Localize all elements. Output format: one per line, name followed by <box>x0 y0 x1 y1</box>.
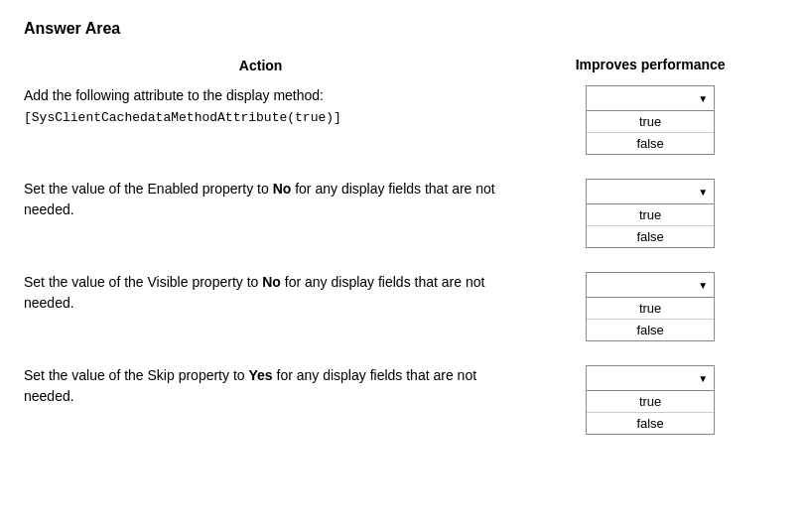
page-title: Answer Area <box>24 20 783 38</box>
dropdown-container-3: ▼ true false <box>517 272 783 341</box>
action-text-1: Add the following attribute to the displ… <box>24 85 497 128</box>
dropdown-arrow-icon-3: ▼ <box>698 280 708 291</box>
option-true-2[interactable]: true <box>587 204 714 226</box>
table-row: Set the value of the Enabled property to… <box>24 179 783 272</box>
option-true-1[interactable]: true <box>587 111 714 133</box>
dropdown-select-3[interactable]: ▼ <box>586 272 715 298</box>
dropdown-arrow-icon-2: ▼ <box>698 187 708 198</box>
dropdown-options-2: true false <box>586 204 715 248</box>
dropdown-arrow-icon-1: ▼ <box>698 93 708 104</box>
action-text-3: Set the value of the Visible property to… <box>24 272 497 314</box>
dropdown-select-2[interactable]: ▼ <box>586 179 715 204</box>
dropdown-arrow-icon-4: ▼ <box>698 373 708 384</box>
dropdown-container-2: ▼ true false <box>517 179 783 248</box>
option-false-1[interactable]: false <box>587 133 714 154</box>
column-header-action: Action <box>24 56 517 85</box>
dropdown-options-4: true false <box>586 391 715 435</box>
option-true-4[interactable]: true <box>587 391 714 413</box>
dropdown-select-4[interactable]: ▼ <box>586 365 715 391</box>
action-text-4: Set the value of the Skip property to Ye… <box>24 365 497 407</box>
table-row: Set the value of the Skip property to Ye… <box>24 365 783 459</box>
dropdown-container-4: ▼ true false <box>517 365 783 435</box>
column-header-performance: Improves performance <box>517 56 783 85</box>
dropdown-options-1: true false <box>586 111 715 155</box>
option-false-3[interactable]: false <box>587 320 714 340</box>
option-true-3[interactable]: true <box>587 298 714 320</box>
option-false-4[interactable]: false <box>587 413 714 434</box>
table-row: Set the value of the Visible property to… <box>24 272 783 365</box>
table-row: Add the following attribute to the displ… <box>24 85 783 179</box>
action-text-2: Set the value of the Enabled property to… <box>24 179 497 220</box>
dropdown-select-1[interactable]: ▼ <box>586 85 715 111</box>
option-false-2[interactable]: false <box>587 226 714 247</box>
dropdown-options-3: true false <box>586 298 715 341</box>
dropdown-container-1: ▼ true false <box>517 85 783 155</box>
